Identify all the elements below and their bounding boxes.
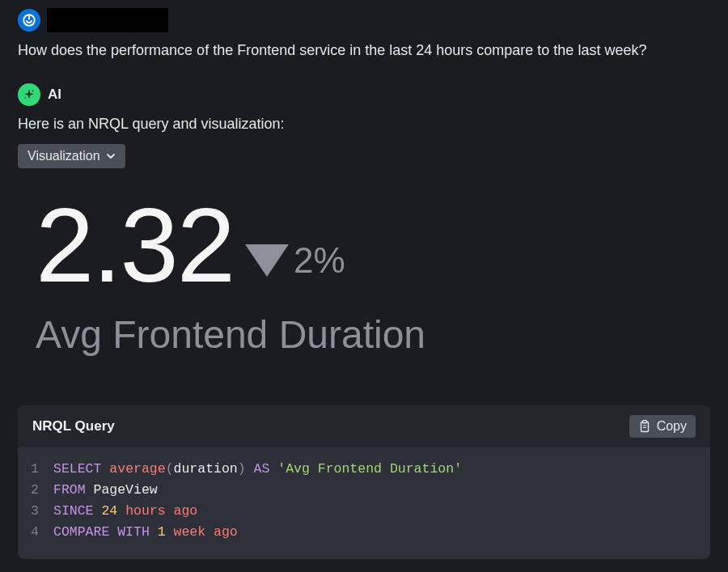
- clipboard-icon: [638, 420, 651, 434]
- code-line-content: SELECT average(duration) AS 'Avg Fronten…: [53, 459, 462, 480]
- code-line-content: FROM PageView: [53, 480, 158, 501]
- code-line-content: SINCE 24 hours ago: [53, 501, 197, 522]
- code-line: 1SELECT average(duration) AS 'Avg Fronte…: [26, 459, 702, 480]
- user-avatar-icon: [18, 9, 40, 32]
- ai-header: AI: [18, 83, 710, 106]
- ai-avatar-icon: [18, 83, 40, 106]
- code-line: 4COMPARE WITH 1 week ago: [26, 522, 702, 543]
- visualization-panel: 2.32 2% Avg Frontend Duration: [18, 168, 710, 389]
- ai-intro-text: Here is an NRQL query and visualization:: [18, 116, 710, 133]
- copy-button-label: Copy: [657, 419, 687, 434]
- visualization-dropdown-label: Visualization: [28, 149, 100, 163]
- line-number: 4: [26, 522, 53, 543]
- visualization-dropdown[interactable]: Visualization: [18, 144, 125, 168]
- nrql-code-block[interactable]: 1SELECT average(duration) AS 'Avg Fronte…: [18, 447, 710, 559]
- user-header: [18, 8, 710, 32]
- svg-rect-5: [642, 420, 646, 422]
- metric-label: Avg Frontend Duration: [36, 312, 692, 357]
- code-line: 3SINCE 24 hours ago: [26, 501, 702, 522]
- line-number: 2: [26, 480, 53, 501]
- user-question: How does the performance of the Frontend…: [18, 40, 710, 61]
- metric-delta: 2%: [245, 240, 345, 281]
- ai-label: AI: [48, 87, 61, 103]
- svg-point-3: [25, 97, 26, 98]
- line-number: 3: [26, 501, 53, 522]
- query-title: NRQL Query: [32, 418, 115, 434]
- code-line-content: COMPARE WITH 1 week ago: [53, 522, 238, 543]
- code-line: 2FROM PageView: [26, 480, 702, 501]
- svg-point-2: [32, 91, 34, 92]
- nrql-query-card: NRQL Query Copy 1SELECT average(duration…: [18, 405, 710, 559]
- metric-value: 2.32: [36, 193, 234, 298]
- redacted-username: [47, 8, 168, 32]
- trend-down-icon: [245, 244, 289, 277]
- copy-button[interactable]: Copy: [629, 415, 696, 438]
- chevron-down-icon: [106, 151, 116, 161]
- line-number: 1: [26, 459, 53, 480]
- metric-delta-text: 2%: [294, 240, 345, 281]
